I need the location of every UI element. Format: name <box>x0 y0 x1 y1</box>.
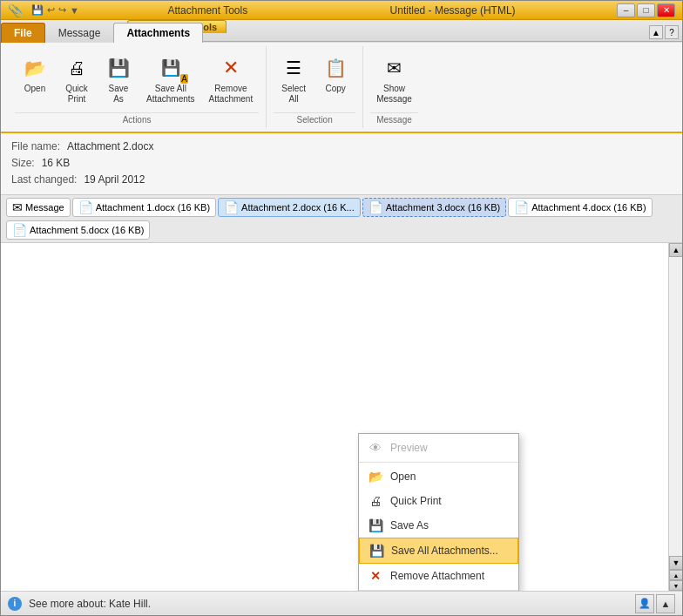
ctx-preview[interactable]: 👁 Preview <box>359 436 518 460</box>
app-icon: 📎 <box>8 3 23 17</box>
quick-print-icon: 🖨 <box>63 54 91 82</box>
maximize-button[interactable]: □ <box>637 3 655 17</box>
ctx-remove-label: Remove Attachment <box>390 570 484 582</box>
show-message-button[interactable]: ✉ Show Message <box>370 50 418 109</box>
ribbon-group-selection: ☰ Select All 📋 Copy Selection <box>267 46 363 128</box>
title-bar-controls: – □ ✕ <box>617 3 675 17</box>
window-title: Untitled - Message (HTML) <box>390 4 516 17</box>
att3-label: Attachment 3.docx (16 KB) <box>386 202 500 213</box>
attachment-4[interactable]: 📄 Attachment 4.docx (16 KB) <box>508 198 652 217</box>
selection-buttons: ☰ Select All 📋 Copy <box>274 50 355 109</box>
status-right: 👤 ▲ <box>635 594 675 613</box>
size-value: 16 KB <box>42 155 71 172</box>
filename-value: Attachment 2.docx <box>67 139 153 155</box>
quick-print-button[interactable]: 🖨 Quick Print <box>57 50 97 109</box>
minimize-button[interactable]: – <box>617 3 635 17</box>
status-person-button[interactable]: 👤 <box>635 594 654 613</box>
remove-button[interactable]: ✕ Remove Attachment <box>203 50 260 109</box>
window-frame: 📎 💾 ↩ ↪ ▼ Attachment Tools Untitled - Me… <box>0 0 683 616</box>
open-button[interactable]: 📂 Open <box>15 50 55 98</box>
attachment-bar: ✉ Message 📄 Attachment 1.docx (16 KB) 📄 … <box>1 195 682 243</box>
changed-label: Last changed: <box>11 172 77 188</box>
close-button[interactable]: ✕ <box>657 3 675 17</box>
qat-redo[interactable]: ↪ <box>58 4 66 16</box>
copy-button[interactable]: 📋 Copy <box>315 50 355 98</box>
ribbon-group-message: ✉ Show Message Message <box>363 46 425 128</box>
filename-row: File name: Attachment 2.docx <box>11 139 672 155</box>
main-area: 👁 Preview 📂 Open 🖨 Quick Print 💾 Sav <box>1 243 682 591</box>
remove-label: Remove Attachment <box>209 84 254 105</box>
qat-more[interactable]: ▼ <box>70 5 79 16</box>
message-group-label: Message <box>370 112 418 125</box>
title-bar-title: Attachment Tools Untitled - Message (HTM… <box>1 4 682 17</box>
ctx-print-icon: 🖨 <box>368 493 383 509</box>
ctx-open-label: Open <box>390 470 416 483</box>
show-message-label: Show Message <box>376 84 412 105</box>
ctx-quick-print[interactable]: 🖨 Quick Print <box>359 489 518 513</box>
save-all-button[interactable]: 💾 A Save All Attachments <box>140 50 201 109</box>
ctx-save-as[interactable]: 💾 Save As <box>359 513 518 538</box>
ctx-save-all[interactable]: 💾 Save All Attachments... <box>359 538 518 564</box>
save-as-label: Save As <box>109 84 129 105</box>
att4-icon: 📄 <box>514 200 529 214</box>
ribbon-group-actions: 📂 Open 🖨 Quick Print 💾 Save As 💾 <box>8 46 267 128</box>
att1-icon: 📄 <box>78 200 93 214</box>
info-icon: i <box>8 597 22 611</box>
attachment-3[interactable]: 📄 Attachment 3.docx (16 KB) <box>362 198 506 217</box>
att4-label: Attachment 4.docx (16 KB) <box>531 202 646 213</box>
att1-label: Attachment 1.docx (16 KB) <box>96 202 210 213</box>
copy-label: Copy <box>326 84 346 93</box>
actions-label: Actions <box>15 112 259 125</box>
tab-file[interactable]: File <box>1 23 45 43</box>
ctx-remove-icon: ✕ <box>368 568 383 584</box>
status-text: See more about: Kate Hill. <box>29 598 151 610</box>
scroll-tiny-up[interactable]: ▲ <box>669 570 682 580</box>
scroll-down[interactable]: ▼ <box>669 556 682 570</box>
selection-label: Selection <box>274 112 355 125</box>
attachment-1[interactable]: 📄 Attachment 1.docx (16 KB) <box>72 198 216 217</box>
preview-icon: 👁 <box>368 440 383 456</box>
ctx-save-all-icon: 💾 <box>369 543 384 558</box>
attachment-2[interactable]: 📄 Attachment 2.docx (16 K... <box>218 198 361 217</box>
select-all-button[interactable]: ☰ Select All <box>274 50 314 109</box>
status-expand-button[interactable]: ▲ <box>656 594 675 613</box>
title-bar-left: 📎 💾 ↩ ↪ ▼ <box>8 3 79 17</box>
att5-icon: 📄 <box>12 223 27 237</box>
qat-undo[interactable]: ↩ <box>47 4 55 16</box>
ribbon-container: Attachment Tools File Message Attachment… <box>1 20 682 133</box>
status-bar: i See more about: Kate Hill. 👤 ▲ <box>1 591 682 615</box>
scroll-tiny-down[interactable]: ▼ <box>669 580 682 591</box>
message-icon: ✉ <box>12 200 23 214</box>
actions-buttons: 📂 Open 🖨 Quick Print 💾 Save As 💾 <box>15 50 259 109</box>
scrollbar: ▲ ▼ ▲ ▼ <box>668 243 682 591</box>
ctx-open[interactable]: 📂 Open <box>359 464 518 489</box>
ribbon-content: 📂 Open 🖨 Quick Print 💾 Save As 💾 <box>1 42 682 132</box>
changed-value: 19 April 2012 <box>84 172 145 188</box>
save-as-button[interactable]: 💾 Save As <box>98 50 139 109</box>
title-bar: 📎 💾 ↩ ↪ ▼ Attachment Tools Untitled - Me… <box>1 1 682 20</box>
remove-icon: ✕ <box>217 54 245 82</box>
help-button[interactable]: ? <box>665 25 679 39</box>
second-row: 📄 Attachment 5.docx (16 KB) <box>6 220 677 240</box>
open-label: Open <box>24 84 45 93</box>
info-panel: File name: Attachment 2.docx Size: 16 KB… <box>1 133 682 195</box>
scroll-track[interactable] <box>669 257 682 556</box>
quick-print-label: Quick Print <box>65 84 88 105</box>
scroll-up[interactable]: ▲ <box>669 243 682 257</box>
tab-message[interactable]: Message <box>45 23 114 43</box>
changed-row: Last changed: 19 April 2012 <box>11 172 672 188</box>
attachment-5[interactable]: 📄 Attachment 5.docx (16 KB) <box>6 220 150 240</box>
content-row: 👁 Preview 📂 Open 🖨 Quick Print 💾 Sav <box>1 243 682 591</box>
att5-label: Attachment 5.docx (16 KB) <box>30 225 144 235</box>
ctx-remove[interactable]: ✕ Remove Attachment <box>359 564 518 588</box>
ctx-preview-label: Preview <box>390 442 428 454</box>
att2-icon: 📄 <box>224 200 239 214</box>
open-icon: 📂 <box>21 54 49 82</box>
attachment-message[interactable]: ✉ Message <box>6 198 71 217</box>
save-all-label: Save All Attachments <box>146 84 195 105</box>
qat-save[interactable]: 💾 <box>31 4 44 16</box>
tab-attachments[interactable]: Attachments <box>113 23 203 43</box>
ctx-save-as-label: Save As <box>390 519 429 531</box>
ribbon-collapse[interactable]: ▲ <box>649 25 663 39</box>
ctx-sep-1 <box>359 462 518 463</box>
